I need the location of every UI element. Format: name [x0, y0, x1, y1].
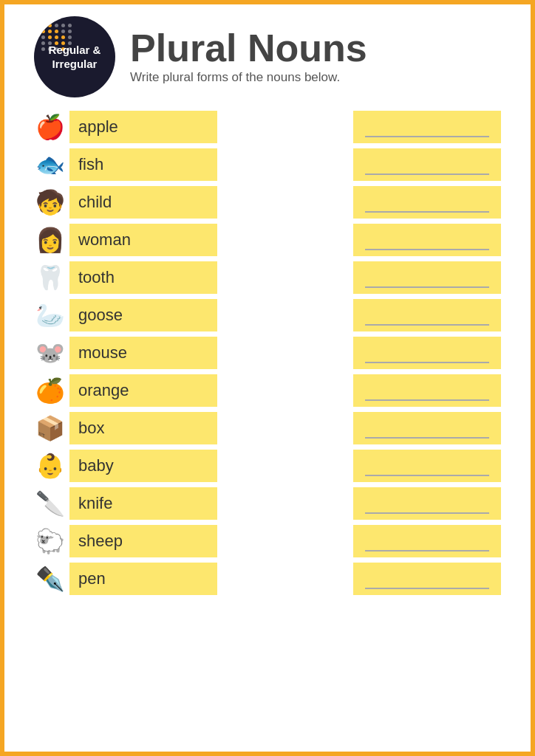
- badge-text: Regular & Irregular: [49, 43, 101, 72]
- icon-orange: 🍊: [34, 374, 67, 407]
- left-part: 🐑 sheep: [34, 525, 217, 557]
- word-box-pen: pen: [69, 563, 217, 595]
- left-part: 🦷 tooth: [34, 261, 217, 294]
- noun-row-knife: 🔪 knife: [34, 487, 501, 520]
- answer-box-sheep[interactable]: [353, 525, 501, 557]
- noun-row-mouse: 🐭 mouse: [34, 337, 501, 369]
- answer-box-goose[interactable]: [353, 299, 501, 331]
- main-title: Plural Nouns: [130, 29, 367, 67]
- noun-row-fish: 🐟 fish: [34, 148, 501, 181]
- word-box-fish: fish: [69, 148, 217, 181]
- left-part: 📦 box: [34, 412, 217, 444]
- noun-row-tooth: 🦷 tooth: [34, 261, 501, 294]
- noun-row-baby: 👶 baby: [34, 450, 501, 482]
- answer-box-box[interactable]: [353, 412, 501, 444]
- left-part: ✒️ pen: [34, 563, 217, 595]
- icon-woman: 👩: [34, 224, 67, 256]
- subtitle: Write plural forms of the nouns below.: [130, 70, 367, 85]
- badge: Regular & Irregular: [34, 16, 115, 97]
- answer-box-knife[interactable]: [353, 487, 501, 520]
- word-box-child: child: [69, 186, 217, 219]
- answer-box-woman[interactable]: [353, 224, 501, 256]
- left-part: 👩 woman: [34, 224, 217, 256]
- icon-mouse: 🐭: [34, 337, 67, 369]
- icon-sheep: 🐑: [34, 525, 67, 557]
- icon-box: 📦: [34, 412, 67, 444]
- noun-row-goose: 🦢 goose: [34, 299, 501, 331]
- left-part: 🦢 goose: [34, 299, 217, 331]
- title-area: Plural Nouns Write plural forms of the n…: [130, 29, 367, 85]
- icon-knife: 🔪: [34, 487, 67, 520]
- icon-child: 🧒: [34, 186, 67, 219]
- noun-row-orange: 🍊 orange: [34, 374, 501, 407]
- word-box-tooth: tooth: [69, 261, 217, 294]
- answer-box-apple[interactable]: [353, 111, 501, 143]
- left-part: 🐭 mouse: [34, 337, 217, 369]
- word-box-orange: orange: [69, 374, 217, 407]
- left-part: 👶 baby: [34, 450, 217, 482]
- left-part: 🔪 knife: [34, 487, 217, 520]
- icon-baby: 👶: [34, 450, 67, 482]
- left-part: 🧒 child: [34, 186, 217, 219]
- word-box-mouse: mouse: [69, 337, 217, 369]
- answer-box-mouse[interactable]: [353, 337, 501, 369]
- word-box-apple: apple: [69, 111, 217, 143]
- noun-row-pen: ✒️ pen: [34, 563, 501, 595]
- noun-row-box: 📦 box: [34, 412, 501, 444]
- word-box-knife: knife: [69, 487, 217, 520]
- answer-box-child[interactable]: [353, 186, 501, 219]
- noun-row-apple: 🍎 apple: [34, 111, 501, 143]
- icon-tooth: 🦷: [34, 261, 67, 294]
- left-part: 🍎 apple: [34, 111, 217, 143]
- header: Regular & Irregular Plural Nouns Write p…: [34, 16, 501, 97]
- icon-apple: 🍎: [34, 111, 67, 143]
- word-box-baby: baby: [69, 450, 217, 482]
- page: Regular & Irregular Plural Nouns Write p…: [0, 0, 535, 756]
- noun-list: 🍎 apple 🐟 fish 🧒 child: [34, 111, 501, 595]
- word-box-goose: goose: [69, 299, 217, 331]
- answer-box-baby[interactable]: [353, 450, 501, 482]
- answer-box-fish[interactable]: [353, 148, 501, 181]
- left-part: 🍊 orange: [34, 374, 217, 407]
- noun-row-sheep: 🐑 sheep: [34, 525, 501, 557]
- icon-goose: 🦢: [34, 299, 67, 331]
- left-part: 🐟 fish: [34, 148, 217, 181]
- noun-row-child: 🧒 child: [34, 186, 501, 219]
- word-box-sheep: sheep: [69, 525, 217, 557]
- icon-pen: ✒️: [34, 563, 67, 595]
- icon-fish: 🐟: [34, 148, 67, 181]
- answer-box-orange[interactable]: [353, 374, 501, 407]
- answer-box-pen[interactable]: [353, 563, 501, 595]
- word-box-woman: woman: [69, 224, 217, 256]
- noun-row-woman: 👩 woman: [34, 224, 501, 256]
- answer-box-tooth[interactable]: [353, 261, 501, 294]
- word-box-box: box: [69, 412, 217, 444]
